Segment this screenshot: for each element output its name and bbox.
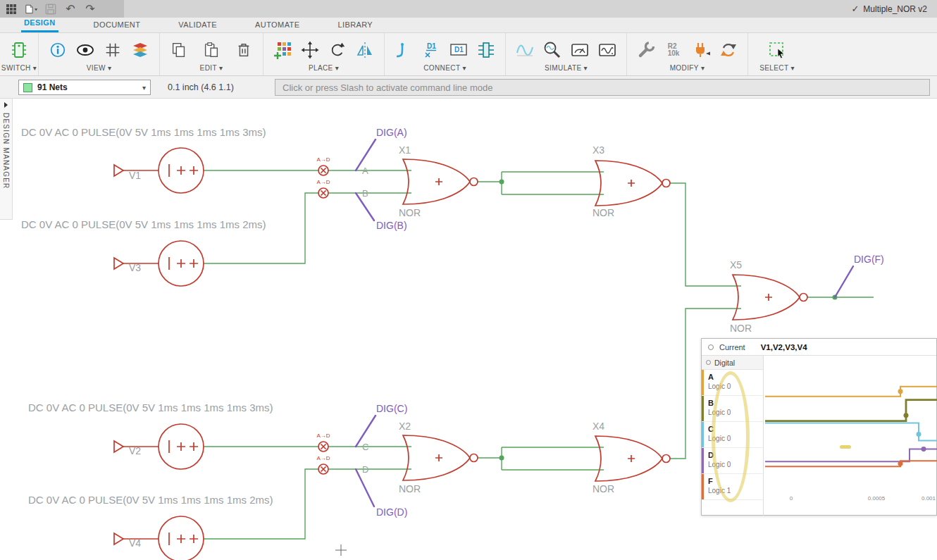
move-icon[interactable] bbox=[299, 39, 321, 61]
wrench-icon[interactable] bbox=[635, 39, 657, 61]
nor-gate-x3[interactable] bbox=[595, 161, 670, 206]
wire-junction bbox=[499, 180, 504, 185]
quick-access-toolbar: ↶ ↷ bbox=[0, 0, 124, 18]
tab-automate[interactable]: AUTOMATE bbox=[252, 18, 302, 32]
grid-icon[interactable] bbox=[102, 39, 123, 61]
check-icon: ✓ bbox=[851, 4, 859, 14]
signal-name: C bbox=[708, 425, 731, 433]
ribbon-toolbar: SWITCH▾ bbox=[0, 33, 937, 76]
net-wire-icon[interactable] bbox=[393, 39, 414, 61]
layer-dropdown[interactable]: 91 Nets ▾ bbox=[18, 80, 151, 95]
place-part-icon[interactable] bbox=[272, 39, 293, 61]
change-value-icon[interactable]: R210k bbox=[663, 39, 684, 61]
nor-gate-x1[interactable] bbox=[403, 159, 478, 204]
net-label-d: D bbox=[362, 464, 368, 475]
toolbar-group-view: VIEW▾ bbox=[38, 33, 159, 75]
view-menu[interactable]: VIEW▾ bbox=[87, 64, 112, 72]
net-label-icon[interactable]: D1 bbox=[448, 39, 469, 61]
switch-menu[interactable]: SWITCH▾ bbox=[1, 64, 37, 72]
replace-icon[interactable] bbox=[718, 39, 739, 61]
signal-name: D bbox=[708, 451, 731, 459]
tab-library[interactable]: LIBRARY bbox=[335, 18, 376, 32]
command-line-input[interactable]: Click or press Slash to activate command… bbox=[275, 79, 930, 96]
select-icon[interactable] bbox=[767, 39, 788, 61]
probe-magnifier-icon[interactable] bbox=[542, 39, 563, 61]
voltage-source-v3[interactable] bbox=[114, 241, 204, 286]
dig-label-c[interactable]: DIG(C) bbox=[376, 403, 407, 414]
dig-label-a[interactable]: DIG(A) bbox=[376, 127, 407, 138]
crosshair-cursor bbox=[335, 545, 347, 556]
signal-row-d[interactable]: D Logic 0 bbox=[702, 448, 763, 474]
undo-icon[interactable]: ↶ bbox=[63, 2, 77, 16]
cursor-coordinates: 0.1 inch (4.6 1.1) bbox=[168, 82, 234, 92]
waveform-a bbox=[765, 387, 937, 397]
marker-dot-f bbox=[898, 461, 903, 466]
plug-icon[interactable] bbox=[690, 39, 712, 61]
simulate-menu[interactable]: SIMULATE▾ bbox=[545, 64, 588, 72]
caret-icon: ▾ bbox=[219, 64, 223, 72]
dig-label-d[interactable]: DIG(D) bbox=[376, 506, 407, 518]
signal-state: Logic 1 bbox=[708, 487, 731, 494]
tab-design[interactable]: DESIGN bbox=[21, 16, 58, 32]
tab-document[interactable]: DOCUMENT bbox=[91, 18, 144, 32]
edit-menu[interactable]: EDIT▾ bbox=[200, 64, 223, 72]
oscilloscope-icon[interactable] bbox=[597, 39, 618, 61]
x-tick: 0 bbox=[790, 495, 793, 502]
signal-row-f[interactable]: F Logic 1 bbox=[702, 474, 763, 500]
save-icon[interactable] bbox=[44, 2, 58, 16]
design-manager-tab[interactable]: DESIGN MANAGER bbox=[0, 99, 13, 220]
adc-converter[interactable]: A→D bbox=[316, 433, 330, 452]
marker-dot-d bbox=[922, 447, 926, 452]
adc-converter[interactable]: A→D bbox=[316, 455, 330, 474]
gate-label-x3: X3 bbox=[592, 144, 604, 156]
bus-icon[interactable] bbox=[476, 39, 497, 61]
layers-icon[interactable] bbox=[130, 39, 151, 61]
signal-row-a[interactable]: A Logic 0 bbox=[702, 370, 763, 396]
voltage-source-v4[interactable] bbox=[114, 516, 204, 560]
toolbar-group-switch: SWITCH▾ bbox=[0, 33, 38, 75]
signal-name: A bbox=[708, 373, 731, 381]
delete-icon[interactable] bbox=[233, 39, 254, 61]
tab-validate[interactable]: VALIDATE bbox=[175, 18, 220, 32]
dig-label-b[interactable]: DIG(B) bbox=[376, 220, 407, 231]
voltage-source-v1[interactable] bbox=[114, 148, 204, 193]
switch-component-icon[interactable] bbox=[8, 39, 30, 61]
adc-converter[interactable]: A→D bbox=[316, 179, 330, 198]
eye-icon[interactable] bbox=[75, 39, 96, 61]
place-menu[interactable]: PLACE▾ bbox=[309, 64, 339, 72]
digital-section-header[interactable]: Digital bbox=[702, 356, 763, 370]
nor-gate-x5[interactable] bbox=[733, 275, 807, 320]
connect-menu[interactable]: CONNECT▾ bbox=[423, 64, 466, 72]
redo-icon[interactable]: ↷ bbox=[83, 2, 97, 16]
dig-label-f[interactable]: DIG(F) bbox=[854, 254, 884, 265]
paste-icon[interactable] bbox=[201, 39, 222, 61]
copy-icon[interactable] bbox=[168, 39, 190, 61]
modify-menu[interactable]: MODIFY▾ bbox=[670, 64, 705, 72]
mirror-icon[interactable] bbox=[354, 39, 376, 61]
svg-text:D1: D1 bbox=[427, 42, 436, 50]
source-label-v4: V4 bbox=[129, 537, 141, 549]
document-name: Multiple_NOR v2 bbox=[863, 4, 927, 14]
voltage-source-v2[interactable] bbox=[114, 424, 204, 469]
signal-row-c[interactable]: C Logic 0 bbox=[702, 422, 763, 448]
new-file-icon[interactable] bbox=[24, 2, 38, 16]
source-label-v1: V1 bbox=[129, 170, 141, 181]
menu-tabbar: DESIGN DOCUMENT VALIDATE AUTOMATE LIBRAR… bbox=[0, 18, 937, 33]
caret-icon: ▾ bbox=[790, 64, 794, 72]
adc-converter[interactable]: A→D bbox=[316, 156, 330, 175]
source-label-v3: V3 bbox=[129, 262, 141, 273]
net-name-icon[interactable]: D1 bbox=[421, 39, 442, 61]
nor-gate-x2[interactable] bbox=[403, 435, 478, 480]
layer-dropdown-value: 91 Nets bbox=[37, 82, 137, 92]
nor-gate-x4[interactable] bbox=[595, 436, 670, 481]
rotate-icon[interactable] bbox=[327, 39, 348, 61]
select-menu[interactable]: SELECT▾ bbox=[759, 64, 795, 72]
info-icon[interactable] bbox=[47, 39, 68, 61]
signal-row-b[interactable]: B Logic 0 bbox=[702, 396, 763, 422]
voltmeter-icon[interactable] bbox=[569, 39, 590, 61]
waveform-chart[interactable]: 0 0.0005 0.001 bbox=[764, 356, 936, 516]
caret-icon: ▾ bbox=[701, 64, 705, 72]
sine-wave-icon[interactable] bbox=[514, 39, 535, 61]
gate-label-x2: X2 bbox=[399, 421, 411, 432]
app-grid-icon[interactable] bbox=[4, 2, 18, 16]
